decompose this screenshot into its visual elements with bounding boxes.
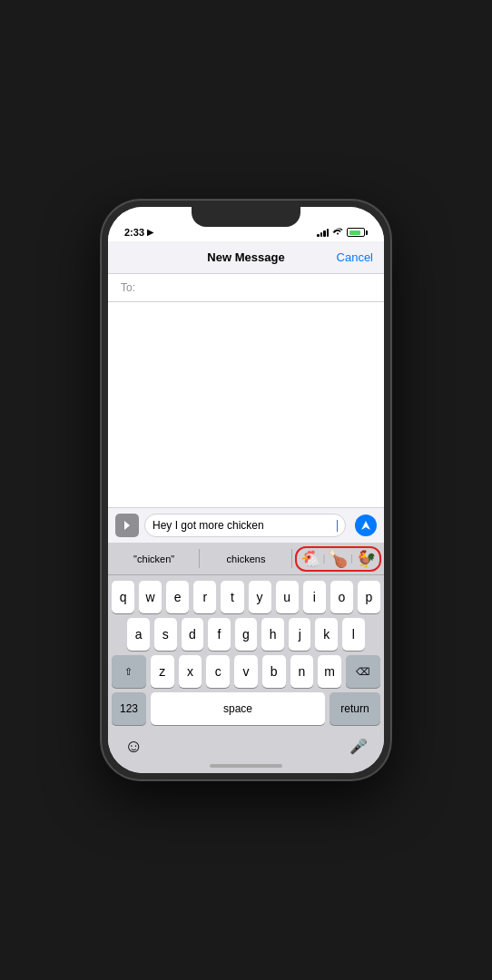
input-bar: Hey I got more chicken	[108, 507, 384, 543]
key-c[interactable]: c	[206, 655, 230, 688]
key-p[interactable]: p	[358, 581, 380, 613]
key-y[interactable]: y	[249, 581, 271, 613]
to-input[interactable]	[141, 281, 371, 294]
key-a[interactable]: a	[127, 618, 150, 651]
send-arrow-icon	[360, 520, 371, 531]
key-row-2: a s d f g h j k l	[112, 618, 380, 651]
message-area[interactable]	[108, 302, 384, 507]
key-q[interactable]: q	[112, 581, 134, 613]
key-row-4: 123 space return	[112, 692, 380, 725]
key-z[interactable]: z	[151, 655, 174, 688]
signal-bars-icon	[317, 228, 329, 237]
autocomplete-text-2: chickens	[227, 554, 266, 564]
to-field[interactable]: To:	[108, 274, 384, 302]
key-x[interactable]: x	[179, 655, 202, 688]
keyboard: q w e r t y u i o p a s d f g h j	[108, 575, 384, 733]
key-row-1: q w e r t y u i o p	[112, 581, 380, 613]
emoji-divider-2: |	[350, 554, 353, 564]
key-r[interactable]: r	[193, 581, 216, 613]
delete-key[interactable]: ⌫	[346, 655, 380, 688]
phone-screen: 2:33 ▶ New Message Ca	[108, 207, 384, 773]
key-t[interactable]: t	[221, 581, 243, 613]
svg-marker-0	[124, 521, 130, 530]
emoji-2: 🍗	[328, 549, 348, 569]
bottom-toolbar: ☺ 🎤	[108, 733, 384, 759]
key-n[interactable]: n	[290, 655, 314, 688]
key-m[interactable]: m	[318, 655, 341, 688]
key-f[interactable]: f	[208, 618, 231, 651]
home-indicator-area	[108, 759, 384, 773]
key-row-3: ⇧ z x c v b n m ⌫	[112, 655, 380, 688]
time-display: 2:33	[124, 227, 144, 238]
autocomplete-text-1: "chicken"	[133, 554, 174, 564]
key-l[interactable]: l	[342, 618, 365, 651]
space-key[interactable]: space	[151, 692, 325, 725]
key-i[interactable]: i	[303, 581, 326, 613]
nav-bar: New Message Cancel	[108, 241, 384, 274]
emoji-3: 🐓	[356, 549, 376, 569]
message-input-field[interactable]: Hey I got more chicken	[144, 514, 346, 537]
key-e[interactable]: e	[166, 581, 189, 613]
emoji-divider-1: |	[323, 554, 326, 564]
chevron-right-icon	[122, 520, 133, 531]
autocomplete-item-2[interactable]: chickens	[200, 543, 291, 574]
key-j[interactable]: j	[289, 618, 311, 651]
emoji-keyboard-icon[interactable]: ☺	[124, 736, 143, 757]
key-u[interactable]: u	[276, 581, 299, 613]
key-h[interactable]: h	[261, 618, 284, 651]
key-s[interactable]: s	[154, 618, 177, 651]
key-o[interactable]: o	[330, 581, 353, 613]
notch	[192, 207, 300, 227]
nav-title: New Message	[207, 250, 284, 264]
emoji-1: 🐔	[300, 549, 320, 569]
wifi-icon	[332, 227, 343, 238]
key-g[interactable]: g	[235, 618, 258, 651]
status-time: 2:33 ▶	[124, 227, 153, 238]
key-k[interactable]: k	[315, 618, 338, 651]
cancel-button[interactable]: Cancel	[337, 250, 373, 264]
battery-icon	[347, 228, 368, 237]
send-button[interactable]	[355, 514, 377, 536]
emoji-highlight-box: 🐔 | 🍗 | 🐓	[295, 546, 381, 572]
microphone-icon[interactable]: 🎤	[349, 738, 368, 755]
text-cursor	[337, 520, 339, 532]
autocomplete-item-emoji[interactable]: 🐔 | 🍗 | 🐓	[292, 543, 384, 574]
autocomplete-item-1[interactable]: "chicken"	[108, 543, 200, 574]
numbers-key[interactable]: 123	[112, 692, 146, 725]
key-b[interactable]: b	[262, 655, 286, 688]
message-text: Hey I got more chicken	[153, 519, 332, 532]
svg-marker-1	[361, 521, 370, 530]
autocomplete-bar: "chicken" chickens 🐔 | 🍗 | 🐓	[108, 543, 384, 575]
key-w[interactable]: w	[139, 581, 162, 613]
key-d[interactable]: d	[182, 618, 204, 651]
return-key[interactable]: return	[330, 692, 380, 725]
key-v[interactable]: v	[234, 655, 258, 688]
to-label: To:	[121, 281, 135, 294]
home-indicator	[210, 764, 282, 768]
phone-frame: 2:33 ▶ New Message Ca	[101, 200, 391, 780]
location-arrow-icon: ▶	[147, 228, 153, 237]
expand-button[interactable]	[115, 514, 139, 537]
status-icons	[317, 227, 368, 238]
shift-key[interactable]: ⇧	[112, 655, 146, 688]
